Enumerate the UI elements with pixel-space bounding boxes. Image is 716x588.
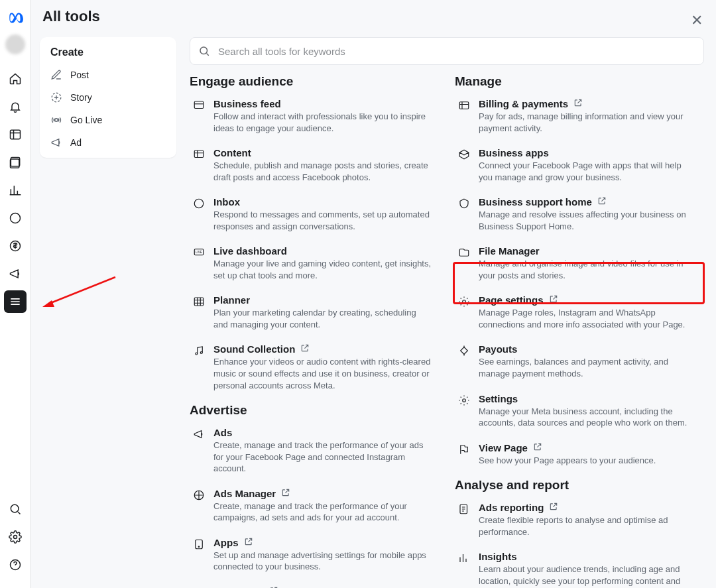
create-item-label: Story	[70, 92, 92, 103]
help-icon[interactable]	[4, 554, 27, 576]
tool-item[interactable]: Sound CollectionEnhance your videos or a…	[190, 342, 439, 392]
planner-icon[interactable]	[4, 151, 27, 174]
tool-item[interactable]: AdsCreate, manage and track the performa…	[190, 426, 439, 476]
tool-item[interactable]: Business feedFollow and interact with pr…	[190, 97, 439, 135]
tool-description: Create, manage and track the performance…	[213, 440, 432, 475]
tool-page-settings[interactable]: Page settingsManage Page roles, Instagra…	[455, 293, 704, 331]
tool-name: View Page	[479, 442, 701, 453]
create-go-live[interactable]: Go Live	[44, 109, 172, 131]
tool-description: See how your Page appears to your audien…	[479, 455, 697, 467]
tool-item[interactable]: Ads reportingCreate flexible reports to …	[455, 500, 704, 539]
create-item-label: Go Live	[70, 115, 102, 125]
story-icon	[50, 91, 62, 103]
tool-name: Content	[213, 147, 436, 158]
section-title: Advertise	[190, 403, 439, 418]
create-card: Create Post Story Go Live Ad	[40, 37, 176, 158]
tool-icon	[457, 148, 471, 161]
tools-search[interactable]	[190, 37, 704, 65]
tool-item[interactable]: SettingsManage your Meta business accoun…	[455, 392, 704, 430]
tools-search-input[interactable]	[217, 45, 695, 58]
tool-name: Ads reporting	[479, 502, 701, 513]
svg-rect-26	[459, 102, 469, 109]
tool-item[interactable]: PayoutsSee earnings, balances and paymen…	[455, 342, 704, 381]
section-title: Manage	[455, 74, 704, 89]
ads-icon[interactable]	[4, 263, 27, 285]
tool-description: Manage and resolve issues affecting your…	[479, 209, 697, 232]
tool-item[interactable]: View PageSee how your Page appears to yo…	[455, 441, 704, 468]
section-title: Analyse and report	[455, 478, 704, 493]
external-link-icon	[244, 537, 253, 548]
tool-description: Manage Page roles, Instagram and WhatsAp…	[479, 307, 697, 330]
svg-rect-11	[194, 101, 204, 109]
tool-icon	[192, 197, 206, 210]
tool-description: Create, manage and track the performance…	[213, 500, 432, 524]
external-link-icon	[573, 98, 583, 109]
tool-icon	[192, 148, 206, 161]
close-button[interactable]: ✕	[691, 12, 703, 29]
external-link-icon	[281, 488, 290, 499]
tool-icon	[457, 552, 471, 565]
svg-point-28	[463, 398, 466, 402]
tool-item[interactable]: LIVELive dashboardManage your live and g…	[190, 244, 439, 282]
inbox-icon[interactable]	[4, 207, 27, 229]
tool-description: Follow and interact with professionals l…	[213, 111, 432, 134]
tool-item[interactable]: ContentSchedule, publish and manage post…	[190, 146, 439, 184]
tools-columns: Engage audienceBusiness feedFollow and i…	[190, 74, 704, 588]
external-link-icon	[597, 196, 607, 207]
tool-item[interactable]: InsightsLearn about your audience trends…	[455, 550, 704, 588]
tool-icon	[192, 295, 206, 308]
search-icon	[198, 45, 210, 57]
settings-gear-icon[interactable]	[4, 526, 27, 548]
tool-icon	[457, 99, 471, 112]
tool-icon	[192, 344, 206, 357]
tool-description: Learn about your audience trends, includ…	[479, 563, 697, 588]
svg-point-21	[198, 546, 200, 548]
svg-point-5	[11, 504, 19, 512]
compose-icon	[50, 69, 62, 81]
tool-name: Sound Collection	[213, 343, 436, 355]
profile-avatar[interactable]	[5, 34, 25, 54]
tool-item[interactable]: InboxRespond to messages and comments, s…	[190, 195, 439, 233]
monetization-icon[interactable]	[4, 235, 27, 257]
create-post[interactable]: Post	[44, 64, 172, 86]
notifications-icon[interactable]	[4, 95, 27, 118]
tool-description: Connect your Facebook Page with apps tha…	[479, 160, 697, 183]
tool-item[interactable]: AudiencesCreate Custom Audiences, Lookal…	[190, 585, 439, 588]
svg-point-13	[194, 199, 204, 208]
tool-item[interactable]: Business support homeManage and resolve …	[455, 195, 704, 233]
page-title: All tools	[42, 8, 100, 25]
all-tools-icon[interactable]	[4, 290, 27, 313]
svg-point-18	[200, 352, 202, 354]
tool-item[interactable]: Business appsConnect your Facebook Page …	[455, 146, 704, 184]
tool-name: Page settings	[479, 294, 701, 306]
tool-description: Set up and manage advertising settings f…	[213, 550, 432, 573]
meta-logo-icon[interactable]	[4, 7, 27, 29]
create-ad[interactable]: Ad	[44, 131, 172, 154]
left-nav-rail	[0, 0, 30, 588]
megaphone-icon	[50, 137, 62, 148]
tool-item[interactable]: Ads ManagerCreate, manage and track the …	[190, 487, 439, 525]
tools-column: ManageBilling & paymentsPay for ads, man…	[455, 74, 704, 588]
tool-name: Planner	[213, 294, 436, 306]
home-icon[interactable]	[4, 68, 27, 90]
tool-name: Ads Manager	[213, 488, 436, 499]
svg-text:LIVE: LIVE	[196, 251, 202, 254]
content-icon[interactable]	[4, 123, 27, 146]
section-title: Engage audience	[190, 74, 439, 89]
search-icon[interactable]	[4, 498, 27, 520]
create-item-label: Ad	[70, 137, 82, 148]
tool-item[interactable]: AppsSet up and manage advertising settin…	[190, 536, 439, 574]
tool-description: Respond to messages and comments, set up…	[213, 209, 432, 232]
external-link-icon	[533, 442, 542, 453]
tool-name: Live dashboard	[213, 245, 436, 257]
insights-icon[interactable]	[4, 179, 27, 202]
tool-item[interactable]: PlannerPlan your marketing calendar by c…	[190, 293, 439, 331]
tool-name: Inbox	[213, 196, 436, 207]
tool-name: Apps	[213, 537, 436, 548]
svg-point-9	[55, 119, 58, 122]
tool-item[interactable]: File ManagerManage and organise image an…	[455, 244, 704, 282]
create-story[interactable]: Story	[44, 86, 172, 109]
external-link-icon	[549, 502, 558, 513]
tool-description: Plan your marketing calendar by creating…	[213, 307, 432, 330]
tool-item[interactable]: Billing & paymentsPay for ads, manage bi…	[455, 97, 704, 135]
